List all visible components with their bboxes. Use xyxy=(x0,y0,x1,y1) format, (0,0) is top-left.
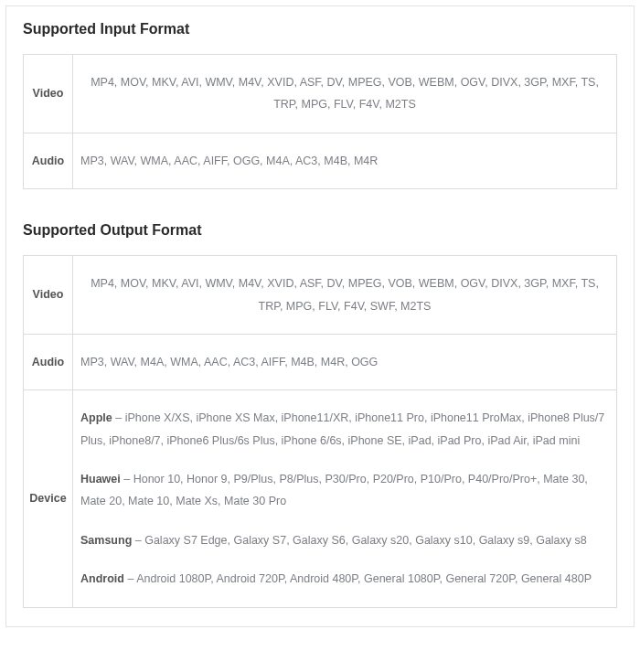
row-value-device: Apple – iPhone X/XS, iPhone XS Max, iPho… xyxy=(73,390,617,607)
device-brand-huawei: Huawei – Honor 10, Honor 9, P9/Plus, P8/… xyxy=(80,468,609,513)
row-value-audio: MP3, WAV, M4A, WMA, AAC, AC3, AIFF, M4B,… xyxy=(73,334,617,389)
brand-models: Galaxy S7 Edge, Galaxy S7, Galaxy S6, Ga… xyxy=(144,534,587,547)
row-label-audio: Audio xyxy=(24,133,73,188)
brand-sep: – xyxy=(135,534,144,547)
brand-name: Android xyxy=(80,572,124,585)
brand-sep: – xyxy=(127,572,136,585)
brand-name: Samsung xyxy=(80,534,132,547)
row-label-video: Video xyxy=(24,256,73,335)
table-row: Audio MP3, WAV, WMA, AAC, AIFF, OGG, M4A… xyxy=(24,133,617,188)
brand-name: Huawei xyxy=(80,473,121,485)
device-brand-apple: Apple – iPhone X/XS, iPhone XS Max, iPho… xyxy=(80,407,609,452)
input-format-table: Video MP4, MOV, MKV, AVI, WMV, M4V, XVID… xyxy=(23,54,617,189)
row-value-audio: MP3, WAV, WMA, AAC, AIFF, OGG, M4A, AC3,… xyxy=(73,133,617,188)
brand-models: Android 1080P, Android 720P, Android 480… xyxy=(136,572,592,585)
device-brand-samsung: Samsung – Galaxy S7 Edge, Galaxy S7, Gal… xyxy=(80,529,609,551)
device-brand-android: Android – Android 1080P, Android 720P, A… xyxy=(80,568,609,590)
brand-models: iPhone X/XS, iPhone XS Max, iPhone11/XR,… xyxy=(80,411,604,446)
row-value-video: MP4, MOV, MKV, AVI, WMV, M4V, XVID, ASF,… xyxy=(73,256,617,335)
output-format-table: Video MP4, MOV, MKV, AVI, WMV, M4V, XVID… xyxy=(23,255,617,607)
row-label-audio: Audio xyxy=(24,334,73,389)
brand-sep: – xyxy=(115,411,124,424)
brand-name: Apple xyxy=(80,411,112,424)
section-title-input: Supported Input Format xyxy=(6,6,634,54)
table-row: Audio MP3, WAV, M4A, WMA, AAC, AC3, AIFF… xyxy=(24,334,617,389)
table-row: Video MP4, MOV, MKV, AVI, WMV, M4V, XVID… xyxy=(24,256,617,335)
brand-sep: – xyxy=(123,473,133,485)
format-spec-panel: Supported Input Format Video MP4, MOV, M… xyxy=(5,5,635,627)
table-row: Video MP4, MOV, MKV, AVI, WMV, M4V, XVID… xyxy=(24,55,617,133)
row-value-video: MP4, MOV, MKV, AVI, WMV, M4V, XVID, ASF,… xyxy=(73,55,617,133)
section-title-output: Supported Output Format xyxy=(6,208,634,255)
row-label-device: Device xyxy=(24,390,73,607)
table-row: Device Apple – iPhone X/XS, iPhone XS Ma… xyxy=(24,390,617,607)
row-label-video: Video xyxy=(24,55,73,133)
brand-models: Honor 10, Honor 9, P9/Plus, P8/Plus, P30… xyxy=(80,473,588,507)
